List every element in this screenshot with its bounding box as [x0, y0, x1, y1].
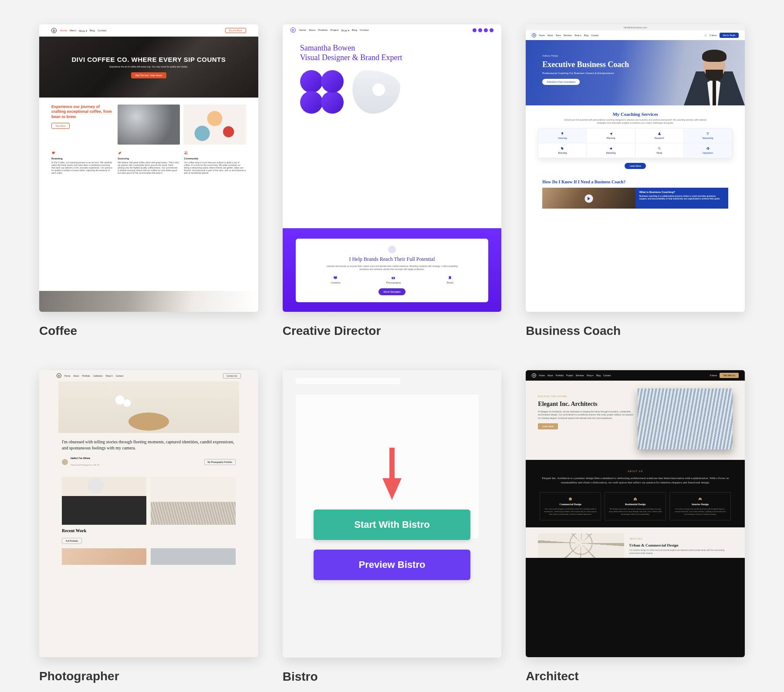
people-icon [184, 151, 188, 155]
coach-lower-heading: How Do I Know If I Need a Business Coach… [542, 179, 728, 184]
nav-item: Home [64, 375, 70, 377]
nav-item: Shop ▾ [341, 29, 349, 32]
nav-item: About [73, 375, 79, 377]
arrow-down-icon [378, 448, 406, 500]
about-eyebrow: About Us [628, 470, 643, 473]
avatar [388, 246, 396, 253]
card-title-photographer: Photographer [39, 669, 258, 683]
coffee-hero-title: DIVI COFFEE CO. WHERE EVERY SIP COUNTS [71, 56, 226, 64]
nav-item: Shop ▾ [106, 375, 113, 377]
work-image [62, 477, 146, 525]
svg-rect-1 [335, 279, 336, 279]
thumb-architect[interactable]: D Home About Portfolio Project Services … [526, 370, 745, 658]
card-business-coach[interactable]: hello@divibusiness.com D Home About Stor… [526, 24, 745, 338]
creative-social [473, 28, 493, 32]
arch-hero-btn: Learn More [538, 423, 558, 429]
coffee-hero-sub: Experience the art of coffee with every … [109, 65, 188, 68]
thumb-photographer[interactable]: D Home About Portfolio Collection Shop ▾… [39, 370, 258, 658]
photog-nav: D Home About Portfolio Collection Shop ▾… [39, 370, 258, 381]
svc-label: Hiring [656, 152, 662, 154]
thumb-coach[interactable]: hello@divibusiness.com D Home About Stor… [526, 24, 745, 312]
leaf-icon [118, 151, 122, 155]
clover-graphic [300, 70, 344, 114]
couch-icon [698, 497, 702, 501]
social-icon [473, 28, 476, 32]
nav-item: Portfolio [556, 374, 564, 377]
photog-recent: Recent Work Full Portfolio [39, 528, 258, 548]
foot-text: Our solution design for urban and commer… [629, 549, 733, 555]
nav-item: Blog [90, 29, 95, 32]
foot-eyebrow: Services [629, 537, 642, 540]
arch-nav-cta: Talk With Us [720, 373, 739, 378]
svc-text: Our commercial designs are tailored to m… [544, 508, 597, 516]
nav-item: Project [330, 29, 338, 32]
card-photographer[interactable]: D Home About Portfolio Collection Shop ▾… [39, 370, 258, 684]
lower-card-text: Business coaching is a collaborative pro… [639, 195, 720, 200]
candle-blob-image [352, 70, 400, 114]
col-title: Sourcing [118, 157, 179, 160]
svc-label: Networking [702, 137, 713, 139]
megaphone-icon [609, 147, 613, 150]
card-title-coffee: Coffee [39, 324, 258, 338]
svc-title: Residential Design [625, 503, 646, 506]
coach-portrait [679, 40, 745, 105]
social-icon [484, 28, 488, 32]
photog-hero-image [58, 381, 239, 433]
panel-title: I Help Brands Reach Their Full Potential [308, 256, 476, 263]
svc-label: Visioning [558, 137, 567, 139]
svc-label: Branding [558, 152, 567, 154]
svc-label: Marketing [606, 152, 616, 154]
camera-icon [391, 276, 395, 280]
arch-eyebrow: Building The Future [538, 395, 567, 398]
nav-item: Contact [98, 29, 107, 32]
divi-logo-icon: D [57, 373, 61, 378]
nav-item: About [547, 34, 553, 37]
photog-works [39, 473, 258, 528]
plane-icon [609, 132, 613, 135]
coach-video-thumbnail [542, 188, 635, 209]
lightbulb-icon [561, 132, 564, 135]
arch-nav: D Home About Portfolio Project Services … [526, 370, 745, 381]
thumb-bistro[interactable]: Start With Bistro Preview Bistro [283, 370, 502, 658]
coach-services-title: My Coaching Services [538, 111, 733, 117]
card-title-coach: Business Coach [526, 324, 745, 338]
svg-point-7 [658, 147, 660, 149]
card-title-bistro: Bistro [283, 670, 502, 684]
photog-footrow [39, 548, 258, 565]
photog-name: Hello! I'm Olivia [71, 457, 99, 459]
thumb-creative[interactable]: D Home About Portfolio Project Shop ▾ Bl… [283, 24, 502, 312]
nav-item: Home [60, 29, 67, 32]
nav-item: Home [539, 374, 544, 377]
svc-label: Planning [607, 137, 615, 139]
card-architect[interactable]: D Home About Portfolio Project Services … [526, 370, 745, 684]
start-with-bistro-button[interactable]: Start With Bistro [314, 510, 470, 540]
card-bistro[interactable]: Start With Bistro Preview Bistro Bistro [283, 370, 502, 684]
preview-bistro-button[interactable]: Preview Bistro [314, 550, 470, 580]
nav-item: Services [564, 34, 572, 37]
thumb-coffee[interactable]: D Home Menu Shop ▾ Blog Contact Buy the … [39, 24, 258, 312]
panel-item: Creative [331, 281, 340, 284]
divi-logo-icon: D [532, 373, 536, 378]
home-icon [633, 497, 637, 501]
coach-nav: D Home About Store Services Shop ▾ Blog … [526, 30, 745, 40]
card-title-creative: Creative Director [283, 324, 502, 338]
coffee-image-pour [118, 105, 180, 145]
divi-logo-icon: D [291, 27, 296, 33]
flask-icon [658, 132, 661, 135]
nav-item: Contact [591, 34, 598, 37]
arch-footer: Services Urban & Commercial Design Our s… [526, 527, 745, 558]
col-text: Our coffee shop is more than just a plac… [184, 161, 246, 174]
card-creative-director[interactable]: D Home About Portfolio Project Shop ▾ Bl… [283, 24, 502, 338]
coach-hero-btn: Schedule a Free Consultation [542, 79, 580, 85]
divi-logo-icon: D [51, 28, 57, 33]
col-text: We believe that great coffee starts with… [118, 161, 179, 174]
nav-item: Menu [70, 29, 76, 32]
recent-btn: Full Portfolio [62, 538, 82, 544]
coffee-mid-btn: View More [51, 123, 70, 129]
cup-icon [51, 151, 56, 155]
creative-purple-band: I Help Brands Reach Their Full Potential… [283, 228, 502, 312]
arch-hero-text: At Elegant Inc Architects, we are dedica… [538, 410, 633, 420]
card-coffee[interactable]: D Home Menu Shop ▾ Blog Contact Buy the … [39, 24, 258, 338]
nav-item: Project [566, 374, 573, 377]
creative-panel: I Help Brands Reach Their Full Potential… [296, 239, 489, 302]
